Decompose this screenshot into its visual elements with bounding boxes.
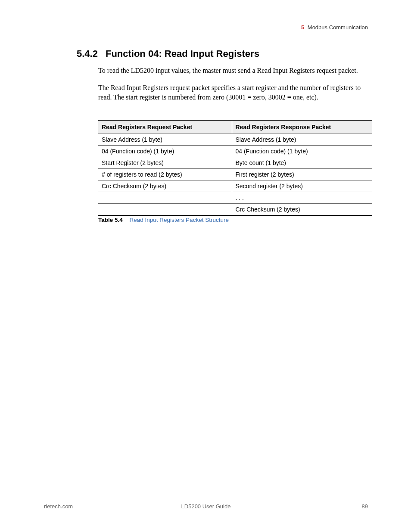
table-header-response: Read Registers Response Packet <box>232 120 372 134</box>
table-cell: Start Register (2 bytes) <box>98 157 232 169</box>
table-row: 04 (Function code) (1 byte) 04 (Function… <box>98 146 372 157</box>
table-cell: 04 (Function code) (1 byte) <box>232 146 372 157</box>
footer-center: LD5200 User Guide <box>181 503 231 510</box>
table-row: Crc Checksum (2 bytes) <box>98 204 372 216</box>
table-row: Slave Address (1 byte) Slave Address (1 … <box>98 134 372 146</box>
table-cell: First register (2 bytes) <box>232 169 372 180</box>
table-row: . . . <box>98 192 372 204</box>
table-cell-empty <box>98 192 232 204</box>
section-heading: 5.4.2Function 04: Read Input Registers <box>77 48 259 59</box>
table-cell: . . . <box>232 192 372 204</box>
table-cell: Byte count (1 byte) <box>232 157 372 169</box>
page-footer: rletech.com LD5200 User Guide 89 <box>44 503 368 510</box>
paragraph-2: The Read Input Registers request packet … <box>98 83 368 102</box>
chapter-title: Modbus Communication <box>308 24 368 31</box>
table-cell: # of registers to read (2 bytes) <box>98 169 232 180</box>
packet-structure-table: Read Registers Request Packet Read Regis… <box>98 120 372 216</box>
table-cell: Slave Address (1 byte) <box>232 134 372 146</box>
page-header: 5 Modbus Communication <box>301 24 368 31</box>
footer-left: rletech.com <box>44 503 73 510</box>
table-header-row: Read Registers Request Packet Read Regis… <box>98 120 372 134</box>
table-row: Start Register (2 bytes) Byte count (1 b… <box>98 157 372 169</box>
table-row: # of registers to read (2 bytes) First r… <box>98 169 372 180</box>
table-caption-label: Table 5.4 <box>98 217 123 223</box>
table-caption-text: Read Input Registers Packet Structure <box>130 217 229 223</box>
table-caption: Table 5.4 Read Input Registers Packet St… <box>98 217 229 223</box>
table-cell: Crc Checksum (2 bytes) <box>98 180 232 192</box>
footer-page-number: 89 <box>362 503 368 510</box>
table-cell: Crc Checksum (2 bytes) <box>232 204 372 216</box>
chapter-number: 5 <box>301 24 304 31</box>
table-cell: Second register (2 bytes) <box>232 180 372 192</box>
table-cell: 04 (Function code) (1 byte) <box>98 146 232 157</box>
table-cell-empty <box>98 204 232 216</box>
table-header-request: Read Registers Request Packet <box>98 120 232 134</box>
section-number: 5.4.2 <box>77 48 98 59</box>
paragraph-1: To read the LD5200 input values, the mas… <box>98 66 368 75</box>
section-title: Function 04: Read Input Registers <box>106 48 259 59</box>
table-cell: Slave Address (1 byte) <box>98 134 232 146</box>
table-row: Crc Checksum (2 bytes) Second register (… <box>98 180 372 192</box>
